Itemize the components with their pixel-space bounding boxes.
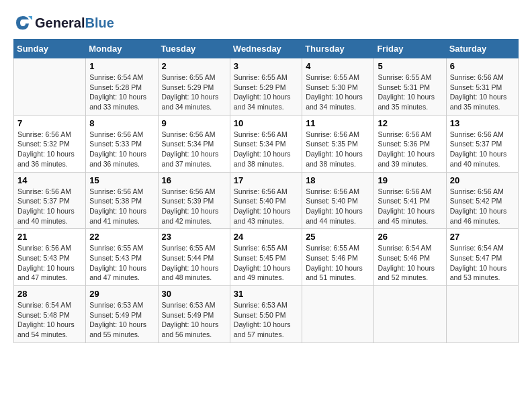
calendar-cell: 1Sunrise: 6:54 AMSunset: 5:28 PMDaylight… [86,58,158,116]
day-of-week-header: Friday [374,40,446,58]
page-header: GeneralBlue [13,13,519,32]
day-number: 25 [306,232,370,242]
day-info: Sunrise: 6:56 AMSunset: 5:39 PMDaylight:… [162,187,226,226]
day-info: Sunrise: 6:55 AMSunset: 5:30 PMDaylight:… [306,73,370,112]
day-number: 8 [89,118,154,128]
day-number: 7 [17,118,82,128]
calendar-week-row: 14Sunrise: 6:56 AMSunset: 5:37 PMDayligh… [14,172,519,229]
calendar-cell: 12Sunrise: 6:56 AMSunset: 5:36 PMDayligh… [374,115,446,172]
calendar-cell: 15Sunrise: 6:56 AMSunset: 5:38 PMDayligh… [86,172,158,229]
day-number: 22 [89,232,154,242]
day-number: 9 [162,118,226,128]
day-info: Sunrise: 6:55 AMSunset: 5:46 PMDaylight:… [306,243,370,283]
day-number: 31 [234,289,298,299]
calendar-cell: 8Sunrise: 6:56 AMSunset: 5:33 PMDaylight… [86,115,158,172]
calendar-cell: 10Sunrise: 6:56 AMSunset: 5:34 PMDayligh… [230,115,302,172]
day-number: 10 [234,118,298,128]
calendar-week-row: 28Sunrise: 6:54 AMSunset: 5:48 PMDayligh… [14,286,519,343]
day-info: Sunrise: 6:56 AMSunset: 5:40 PMDaylight:… [234,187,298,226]
day-info: Sunrise: 6:56 AMSunset: 5:38 PMDaylight:… [89,187,154,226]
calendar-cell: 14Sunrise: 6:56 AMSunset: 5:37 PMDayligh… [14,172,86,229]
day-info: Sunrise: 6:56 AMSunset: 5:33 PMDaylight:… [89,130,154,169]
day-info: Sunrise: 6:55 AMSunset: 5:45 PMDaylight:… [234,243,298,283]
day-number: 30 [162,289,226,299]
day-info: Sunrise: 6:56 AMSunset: 5:43 PMDaylight:… [17,243,82,283]
day-number: 3 [234,61,298,71]
day-info: Sunrise: 6:53 AMSunset: 5:49 PMDaylight:… [162,300,226,340]
day-of-week-header: Sunday [14,40,86,58]
day-number: 13 [450,118,515,128]
calendar-cell: 21Sunrise: 6:56 AMSunset: 5:43 PMDayligh… [14,229,86,286]
calendar-cell: 5Sunrise: 6:55 AMSunset: 5:31 PMDaylight… [374,58,446,116]
calendar-week-row: 1Sunrise: 6:54 AMSunset: 5:28 PMDaylight… [14,58,519,116]
calendar-cell: 28Sunrise: 6:54 AMSunset: 5:48 PMDayligh… [14,286,86,343]
day-info: Sunrise: 6:56 AMSunset: 5:40 PMDaylight:… [306,187,370,226]
day-number: 6 [450,61,515,71]
header-row: SundayMondayTuesdayWednesdayThursdayFrid… [14,40,519,58]
calendar-cell: 26Sunrise: 6:54 AMSunset: 5:46 PMDayligh… [374,229,446,286]
day-number: 28 [17,289,82,299]
day-number: 5 [378,61,442,71]
calendar-cell [374,286,446,343]
calendar-cell: 7Sunrise: 6:56 AMSunset: 5:32 PMDaylight… [14,115,86,172]
day-info: Sunrise: 6:55 AMSunset: 5:29 PMDaylight:… [234,73,298,112]
day-of-week-header: Monday [86,40,158,58]
day-number: 14 [17,175,82,185]
day-info: Sunrise: 6:56 AMSunset: 5:36 PMDaylight:… [378,130,442,169]
calendar-cell [446,286,518,343]
day-info: Sunrise: 6:56 AMSunset: 5:34 PMDaylight:… [234,130,298,169]
day-number: 17 [234,175,298,185]
day-info: Sunrise: 6:56 AMSunset: 5:37 PMDaylight:… [450,130,515,169]
calendar-cell: 22Sunrise: 6:55 AMSunset: 5:43 PMDayligh… [86,229,158,286]
logo-text: GeneralBlue [35,15,114,30]
day-info: Sunrise: 6:53 AMSunset: 5:50 PMDaylight:… [234,300,298,340]
day-info: Sunrise: 6:55 AMSunset: 5:29 PMDaylight:… [162,73,226,112]
day-number: 24 [234,232,298,242]
calendar-cell [14,58,86,116]
day-info: Sunrise: 6:56 AMSunset: 5:42 PMDaylight:… [450,187,515,226]
calendar-header: SundayMondayTuesdayWednesdayThursdayFrid… [14,40,519,58]
day-number: 27 [450,232,515,242]
logo: GeneralBlue [13,13,114,32]
day-number: 4 [306,61,370,71]
calendar-table: SundayMondayTuesdayWednesdayThursdayFrid… [13,39,519,343]
day-info: Sunrise: 6:56 AMSunset: 5:37 PMDaylight:… [17,187,82,226]
calendar-cell: 9Sunrise: 6:56 AMSunset: 5:34 PMDaylight… [158,115,230,172]
day-info: Sunrise: 6:54 AMSunset: 5:28 PMDaylight:… [89,73,154,112]
day-number: 23 [162,232,226,242]
day-number: 29 [89,289,154,299]
calendar-cell: 25Sunrise: 6:55 AMSunset: 5:46 PMDayligh… [302,229,374,286]
calendar-cell: 4Sunrise: 6:55 AMSunset: 5:30 PMDaylight… [302,58,374,116]
calendar-cell: 16Sunrise: 6:56 AMSunset: 5:39 PMDayligh… [158,172,230,229]
day-number: 11 [306,118,370,128]
day-number: 21 [17,232,82,242]
day-info: Sunrise: 6:56 AMSunset: 5:34 PMDaylight:… [162,130,226,169]
day-number: 18 [306,175,370,185]
day-of-week-header: Saturday [446,40,518,58]
calendar-cell: 20Sunrise: 6:56 AMSunset: 5:42 PMDayligh… [446,172,518,229]
calendar-cell: 6Sunrise: 6:56 AMSunset: 5:31 PMDaylight… [446,58,518,116]
day-info: Sunrise: 6:54 AMSunset: 5:46 PMDaylight:… [378,243,442,283]
day-info: Sunrise: 6:54 AMSunset: 5:47 PMDaylight:… [450,243,515,283]
day-of-week-header: Thursday [302,40,374,58]
calendar-week-row: 21Sunrise: 6:56 AMSunset: 5:43 PMDayligh… [14,229,519,286]
day-number: 15 [89,175,154,185]
logo-icon [13,13,32,32]
day-number: 20 [450,175,515,185]
calendar-cell: 27Sunrise: 6:54 AMSunset: 5:47 PMDayligh… [446,229,518,286]
day-of-week-header: Tuesday [158,40,230,58]
day-number: 16 [162,175,226,185]
day-info: Sunrise: 6:56 AMSunset: 5:35 PMDaylight:… [306,130,370,169]
day-info: Sunrise: 6:55 AMSunset: 5:43 PMDaylight:… [89,243,154,283]
day-info: Sunrise: 6:55 AMSunset: 5:44 PMDaylight:… [162,243,226,283]
svg-marker-1 [28,16,32,20]
day-info: Sunrise: 6:56 AMSunset: 5:31 PMDaylight:… [450,73,515,112]
calendar-week-row: 7Sunrise: 6:56 AMSunset: 5:32 PMDaylight… [14,115,519,172]
calendar-cell: 24Sunrise: 6:55 AMSunset: 5:45 PMDayligh… [230,229,302,286]
day-info: Sunrise: 6:56 AMSunset: 5:32 PMDaylight:… [17,130,82,169]
calendar-cell: 31Sunrise: 6:53 AMSunset: 5:50 PMDayligh… [230,286,302,343]
day-number: 2 [162,61,226,71]
calendar-cell: 13Sunrise: 6:56 AMSunset: 5:37 PMDayligh… [446,115,518,172]
calendar-cell: 19Sunrise: 6:56 AMSunset: 5:41 PMDayligh… [374,172,446,229]
day-number: 1 [89,61,154,71]
